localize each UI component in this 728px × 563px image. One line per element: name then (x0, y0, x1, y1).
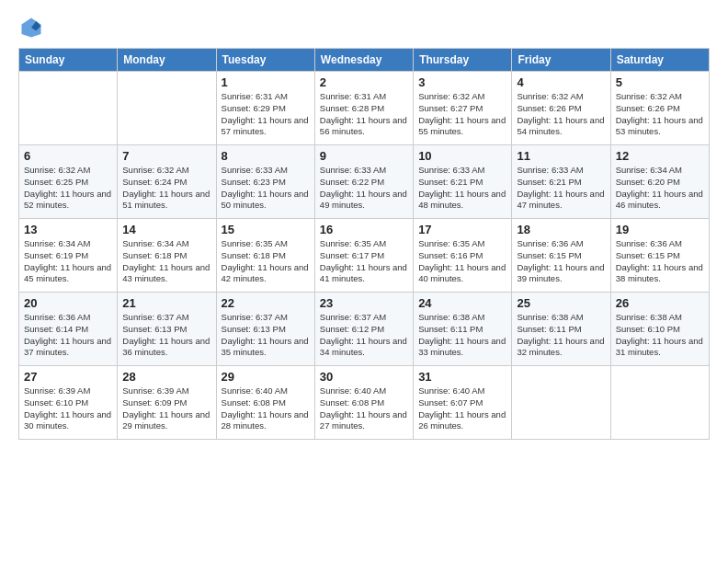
calendar-cell: 17Sunrise: 6:35 AMSunset: 6:16 PMDayligh… (414, 219, 512, 293)
day-number: 14 (122, 223, 210, 236)
calendar-cell: 30Sunrise: 6:40 AMSunset: 6:08 PMDayligh… (314, 366, 413, 440)
day-detail: Sunrise: 6:31 AMSunset: 6:28 PMDaylight:… (320, 91, 408, 138)
calendar-cell: 26Sunrise: 6:38 AMSunset: 6:10 PMDayligh… (610, 293, 709, 366)
calendar-cell: 6Sunrise: 6:32 AMSunset: 6:25 PMDaylight… (19, 145, 118, 219)
weekday-header-friday: Friday (512, 49, 610, 72)
calendar-cell: 23Sunrise: 6:37 AMSunset: 6:12 PMDayligh… (314, 293, 413, 366)
day-number: 7 (122, 149, 210, 163)
day-number: 8 (222, 149, 310, 163)
calendar-cell: 21Sunrise: 6:37 AMSunset: 6:13 PMDayligh… (118, 293, 216, 366)
day-detail: Sunrise: 6:39 AMSunset: 6:09 PMDaylight:… (122, 385, 210, 432)
day-detail: Sunrise: 6:40 AMSunset: 6:07 PMDaylight:… (418, 385, 506, 432)
calendar-cell: 28Sunrise: 6:39 AMSunset: 6:09 PMDayligh… (118, 366, 216, 440)
day-detail: Sunrise: 6:38 AMSunset: 6:10 PMDaylight:… (616, 312, 704, 359)
logo (18, 15, 48, 40)
day-number: 11 (517, 149, 605, 163)
day-detail: Sunrise: 6:36 AMSunset: 6:15 PMDaylight:… (517, 238, 605, 285)
calendar-cell: 15Sunrise: 6:35 AMSunset: 6:18 PMDayligh… (216, 219, 314, 293)
calendar-week-row: 6Sunrise: 6:32 AMSunset: 6:25 PMDaylight… (19, 145, 710, 219)
day-detail: Sunrise: 6:34 AMSunset: 6:19 PMDaylight:… (24, 238, 112, 285)
day-number: 22 (222, 296, 310, 310)
calendar-cell (118, 72, 216, 145)
day-detail: Sunrise: 6:33 AMSunset: 6:21 PMDaylight:… (517, 165, 605, 212)
calendar-week-row: 27Sunrise: 6:39 AMSunset: 6:10 PMDayligh… (19, 366, 710, 440)
calendar-cell: 9Sunrise: 6:33 AMSunset: 6:22 PMDaylight… (314, 145, 413, 219)
day-number: 17 (418, 223, 506, 236)
weekday-header-wednesday: Wednesday (314, 49, 413, 72)
day-detail: Sunrise: 6:31 AMSunset: 6:29 PMDaylight:… (222, 91, 310, 138)
day-number: 12 (616, 149, 704, 163)
day-detail: Sunrise: 6:32 AMSunset: 6:24 PMDaylight:… (122, 165, 210, 212)
header-row (18, 15, 710, 40)
day-detail: Sunrise: 6:35 AMSunset: 6:16 PMDaylight:… (418, 238, 506, 285)
page-container: SundayMondayTuesdayWednesdayThursdayFrid… (0, 0, 728, 451)
calendar-cell: 11Sunrise: 6:33 AMSunset: 6:21 PMDayligh… (512, 145, 610, 219)
calendar-week-row: 13Sunrise: 6:34 AMSunset: 6:19 PMDayligh… (19, 219, 710, 293)
day-detail: Sunrise: 6:32 AMSunset: 6:26 PMDaylight:… (616, 91, 704, 138)
day-detail: Sunrise: 6:40 AMSunset: 6:08 PMDaylight:… (222, 385, 310, 432)
day-detail: Sunrise: 6:40 AMSunset: 6:08 PMDaylight:… (320, 385, 408, 432)
calendar-cell: 1Sunrise: 6:31 AMSunset: 6:29 PMDaylight… (216, 72, 314, 145)
day-number: 3 (418, 75, 506, 89)
calendar-cell (512, 366, 610, 440)
day-number: 30 (320, 370, 408, 384)
calendar-cell (19, 72, 118, 145)
calendar-cell: 4Sunrise: 6:32 AMSunset: 6:26 PMDaylight… (512, 72, 610, 145)
calendar-cell: 8Sunrise: 6:33 AMSunset: 6:23 PMDaylight… (216, 145, 314, 219)
calendar-cell: 14Sunrise: 6:34 AMSunset: 6:18 PMDayligh… (118, 219, 216, 293)
calendar-cell: 10Sunrise: 6:33 AMSunset: 6:21 PMDayligh… (414, 145, 512, 219)
day-number: 10 (418, 149, 506, 163)
weekday-header-monday: Monday (118, 49, 216, 72)
day-detail: Sunrise: 6:38 AMSunset: 6:11 PMDaylight:… (418, 312, 506, 359)
calendar-table: SundayMondayTuesdayWednesdayThursdayFrid… (18, 48, 710, 440)
day-detail: Sunrise: 6:34 AMSunset: 6:20 PMDaylight:… (616, 165, 704, 212)
calendar-cell: 2Sunrise: 6:31 AMSunset: 6:28 PMDaylight… (314, 72, 413, 145)
weekday-header-sunday: Sunday (19, 49, 118, 72)
day-number: 20 (24, 296, 112, 310)
calendar-cell: 27Sunrise: 6:39 AMSunset: 6:10 PMDayligh… (19, 366, 118, 440)
calendar-cell: 3Sunrise: 6:32 AMSunset: 6:27 PMDaylight… (414, 72, 512, 145)
day-number: 16 (320, 223, 408, 236)
day-detail: Sunrise: 6:39 AMSunset: 6:10 PMDaylight:… (24, 385, 112, 432)
day-number: 27 (24, 370, 112, 384)
day-number: 31 (418, 370, 506, 384)
day-detail: Sunrise: 6:37 AMSunset: 6:13 PMDaylight:… (122, 312, 210, 359)
day-detail: Sunrise: 6:35 AMSunset: 6:18 PMDaylight:… (222, 238, 310, 285)
weekday-header-thursday: Thursday (414, 49, 512, 72)
day-number: 24 (418, 296, 506, 310)
day-detail: Sunrise: 6:33 AMSunset: 6:21 PMDaylight:… (418, 165, 506, 212)
calendar-cell: 12Sunrise: 6:34 AMSunset: 6:20 PMDayligh… (610, 145, 709, 219)
calendar-cell: 20Sunrise: 6:36 AMSunset: 6:14 PMDayligh… (19, 293, 118, 366)
day-detail: Sunrise: 6:37 AMSunset: 6:13 PMDaylight:… (222, 312, 310, 359)
day-detail: Sunrise: 6:37 AMSunset: 6:12 PMDaylight:… (320, 312, 408, 359)
day-number: 21 (122, 296, 210, 310)
logo-icon (18, 15, 44, 40)
day-number: 26 (616, 296, 704, 310)
day-number: 18 (517, 223, 605, 236)
day-detail: Sunrise: 6:33 AMSunset: 6:22 PMDaylight:… (320, 165, 408, 212)
calendar-cell: 18Sunrise: 6:36 AMSunset: 6:15 PMDayligh… (512, 219, 610, 293)
day-number: 1 (222, 75, 310, 89)
calendar-cell: 19Sunrise: 6:36 AMSunset: 6:15 PMDayligh… (610, 219, 709, 293)
calendar-cell: 5Sunrise: 6:32 AMSunset: 6:26 PMDaylight… (610, 72, 709, 145)
calendar-week-row: 20Sunrise: 6:36 AMSunset: 6:14 PMDayligh… (19, 293, 710, 366)
day-number: 28 (122, 370, 210, 384)
day-number: 6 (24, 149, 112, 163)
day-number: 9 (320, 149, 408, 163)
day-detail: Sunrise: 6:32 AMSunset: 6:26 PMDaylight:… (517, 91, 605, 138)
calendar-cell: 7Sunrise: 6:32 AMSunset: 6:24 PMDaylight… (118, 145, 216, 219)
day-number: 15 (222, 223, 310, 236)
calendar-cell: 13Sunrise: 6:34 AMSunset: 6:19 PMDayligh… (19, 219, 118, 293)
day-detail: Sunrise: 6:38 AMSunset: 6:11 PMDaylight:… (517, 312, 605, 359)
day-detail: Sunrise: 6:35 AMSunset: 6:17 PMDaylight:… (320, 238, 408, 285)
day-number: 25 (517, 296, 605, 310)
day-number: 5 (616, 75, 704, 89)
calendar-cell: 29Sunrise: 6:40 AMSunset: 6:08 PMDayligh… (216, 366, 314, 440)
day-detail: Sunrise: 6:33 AMSunset: 6:23 PMDaylight:… (222, 165, 310, 212)
calendar-cell: 22Sunrise: 6:37 AMSunset: 6:13 PMDayligh… (216, 293, 314, 366)
day-number: 29 (222, 370, 310, 384)
calendar-cell: 16Sunrise: 6:35 AMSunset: 6:17 PMDayligh… (314, 219, 413, 293)
calendar-week-row: 1Sunrise: 6:31 AMSunset: 6:29 PMDaylight… (19, 72, 710, 145)
day-detail: Sunrise: 6:36 AMSunset: 6:14 PMDaylight:… (24, 312, 112, 359)
calendar-cell: 25Sunrise: 6:38 AMSunset: 6:11 PMDayligh… (512, 293, 610, 366)
